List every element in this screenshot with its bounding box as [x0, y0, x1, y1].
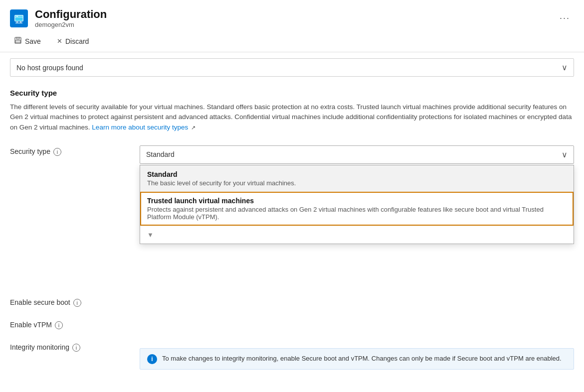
host-group-chevron-icon: ∨ — [562, 63, 568, 72]
toolbar: Save ✕ Discard — [0, 30, 584, 52]
enable-vtpm-info-icon[interactable]: i — [55, 321, 63, 329]
enable-secure-boot-label: Enable secure boot i — [10, 169, 140, 314]
security-type-label-text: Security type — [10, 147, 50, 155]
option-standard-title: Standard — [147, 170, 567, 178]
security-type-label: Security type i — [10, 140, 140, 169]
integrity-monitoring-label-text: Integrity monitoring — [10, 343, 69, 351]
option-standard-desc: The basic level of security for your vir… — [147, 179, 567, 187]
integrity-monitoring-field: i To make changes to integrity monitorin… — [140, 336, 574, 375]
save-icon — [14, 36, 22, 46]
host-group-dropdown[interactable]: No host groups found ∨ — [10, 58, 574, 77]
content-area: Security type The different levels of se… — [0, 83, 584, 381]
discard-button[interactable]: ✕ Discard — [53, 35, 93, 47]
page-title-group: Configuration demogen2vm — [35, 8, 549, 28]
learn-more-link[interactable]: Learn more about security types — [92, 124, 188, 131]
security-type-info-icon[interactable]: i — [53, 148, 61, 156]
enable-secure-boot-info-icon[interactable]: i — [73, 299, 81, 307]
security-type-value: Standard — [146, 150, 175, 158]
security-type-field: Standard ∨ Standard The basic level of s… — [140, 140, 574, 169]
enable-secure-boot-label-text: Enable secure boot — [10, 298, 70, 306]
page-title: Configuration — [35, 8, 549, 21]
option-trusted-desc: Protects against persistent and advanced… — [147, 206, 567, 221]
more-options-button[interactable]: ··· — [556, 11, 574, 25]
truncated-option-text: ▼ — [147, 231, 567, 239]
form-grid: Security type i Standard ∨ Standard The … — [10, 140, 574, 375]
host-group-value: No host groups found — [16, 64, 83, 72]
info-banner: i To make changes to integrity monitorin… — [140, 348, 574, 370]
dropdown-option-truncated: ▼ — [140, 226, 574, 244]
security-type-dropdown-menu: Standard The basic level of security for… — [140, 165, 574, 244]
svg-rect-6 — [15, 40, 20, 43]
section-title: Security type — [10, 89, 574, 97]
dropdown-option-trusted[interactable]: Trusted launch virtual machines Protects… — [140, 192, 574, 226]
option-trusted-title: Trusted launch virtual machines — [147, 197, 567, 205]
enable-vtpm-label: Enable vTPM i — [10, 314, 140, 336]
security-type-dropdown[interactable]: Standard ∨ — [140, 145, 574, 164]
page-header: Configuration demogen2vm ··· — [0, 0, 584, 30]
info-banner-icon: i — [147, 354, 157, 364]
dropdown-option-standard[interactable]: Standard The basic level of security for… — [140, 165, 574, 192]
svg-rect-3 — [16, 15, 18, 16]
svg-rect-5 — [16, 37, 19, 39]
save-label: Save — [25, 37, 41, 45]
security-type-chevron-icon: ∨ — [562, 150, 568, 159]
page-icon — [10, 9, 28, 27]
enable-vtpm-field — [140, 314, 574, 336]
integrity-monitoring-label: Integrity monitoring i — [10, 336, 140, 375]
save-button[interactable]: Save — [10, 34, 45, 48]
svg-rect-0 — [15, 15, 23, 21]
page-subtitle: demogen2vm — [35, 21, 549, 28]
enable-vtpm-label-text: Enable vTPM — [10, 321, 52, 329]
discard-icon: ✕ — [57, 37, 62, 45]
discard-label: Discard — [65, 37, 89, 45]
integrity-monitoring-info-icon[interactable]: i — [72, 344, 80, 352]
info-banner-text: To make changes to integrity monitoring,… — [162, 354, 562, 364]
section-description: The different levels of security availab… — [10, 102, 574, 132]
external-link-icon: ↗ — [191, 125, 195, 131]
